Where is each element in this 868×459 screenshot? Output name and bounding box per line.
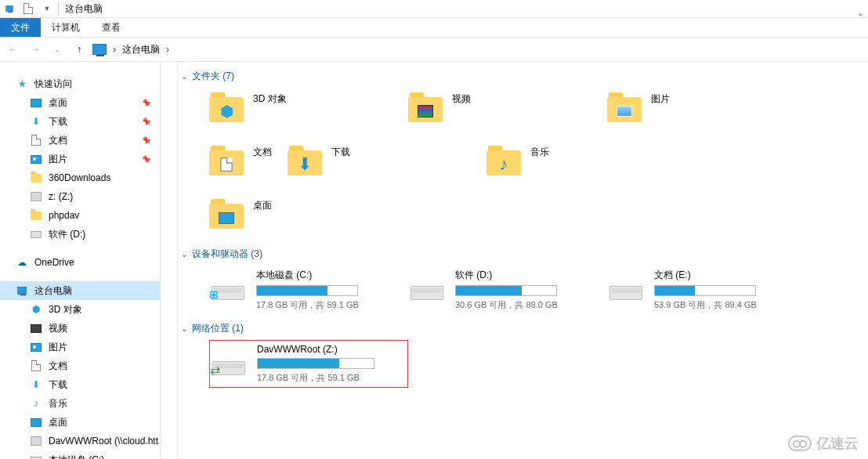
video-icon <box>30 322 42 334</box>
section-network: ⌄ 网络位置 (1) ⇄ DavWWWRoot (Z:) 17.8 GB 可用，… <box>178 314 868 388</box>
drive-name: DavWWWRoot (Z:) <box>257 344 406 355</box>
section-drives-label: 设备和驱动器 (3) <box>192 248 262 261</box>
folder-item-videos[interactable]: 视频 <box>408 88 607 133</box>
picture-icon <box>30 341 42 353</box>
pin-icon: 📌 <box>143 155 152 164</box>
navigation-pane: ★ 快速访问 桌面📌 ⬇下载📌 文档📌 图片📌 360Downloads z: … <box>0 62 161 459</box>
document-icon <box>30 360 42 372</box>
tab-computer[interactable]: 计算机 <box>41 18 91 37</box>
folder-label: 3D 对象 <box>253 89 287 106</box>
section-drives-header[interactable]: ⌄ 设备和驱动器 (3) <box>178 240 868 266</box>
nav-back-button[interactable]: ← <box>5 41 22 58</box>
drive-stats: 30.6 GB 可用，共 89.0 GB <box>455 299 606 311</box>
sidebar-item-label: 下载 <box>49 115 67 128</box>
sidebar-item-z-drive[interactable]: z: (Z:) <box>0 187 160 206</box>
sidebar-item-desktop[interactable]: 桌面📌 <box>0 93 160 112</box>
drive-item-c[interactable]: ⊞ 本地磁盘 (C:) 17.8 GB 可用，共 59.1 GB <box>209 266 408 314</box>
folder-item-downloads[interactable]: ⬇下载 <box>288 141 486 186</box>
drive-usage-bar <box>455 285 557 296</box>
sidebar-item-onedrive[interactable]: ☁OneDrive <box>0 253 160 272</box>
qat-properties-icon[interactable] <box>22 2 34 15</box>
drive-name: 本地磁盘 (C:) <box>256 269 407 282</box>
sidebar-item-label: 快速访问 <box>34 78 72 91</box>
sidebar-item-label: OneDrive <box>34 257 74 268</box>
tab-view[interactable]: 查看 <box>91 18 132 37</box>
address-dropdown-icon[interactable]: ⌄ <box>857 0 863 25</box>
folder-icon <box>209 197 244 229</box>
sidebar-item-label: 360Downloads <box>49 172 110 183</box>
chevron-right-icon: › <box>166 44 169 55</box>
sidebar-item-phpdav[interactable]: phpdav <box>0 206 160 225</box>
folder-label: 图片 <box>651 89 670 106</box>
download-icon: ⬇ <box>30 115 42 128</box>
sidebar-item-3d[interactable]: ⬢3D 对象 <box>0 300 160 319</box>
folder-item-desktop[interactable]: 桌面 <box>209 194 408 240</box>
drive-icon: ⊞ <box>211 270 245 300</box>
drive-stats: 17.8 GB 可用，共 59.1 GB <box>256 299 407 311</box>
section-folders-header[interactable]: ⌄ 文件夹 (7) <box>178 62 868 88</box>
section-network-header[interactable]: ⌄ 网络位置 (1) <box>178 314 868 340</box>
title-bar: ▼ 这台电脑 <box>0 0 868 18</box>
sidebar-item-d-drive[interactable]: 软件 (D:) <box>0 225 160 244</box>
sidebar-quick-access[interactable]: ★ 快速访问 <box>0 74 160 93</box>
folder-label: 下载 <box>331 143 350 159</box>
tab-file[interactable]: 文件 <box>0 18 41 37</box>
folder-icon: ⬢ <box>209 91 244 122</box>
network-drive-icon: ⇄ <box>212 345 246 375</box>
folder-item-music[interactable]: ♪音乐 <box>486 141 685 186</box>
breadcrumb-root[interactable]: 这台电脑 <box>122 43 160 56</box>
app-icon <box>3 2 16 15</box>
sidebar-item-pictures-2[interactable]: 图片 <box>0 338 160 356</box>
section-folders-label: 文件夹 (7) <box>192 70 234 83</box>
sidebar-item-desktop-2[interactable]: 桌面 <box>0 413 160 432</box>
pin-icon: 📌 <box>143 99 152 107</box>
drive-stats: 53.9 GB 可用，共 89.4 GB <box>654 299 805 311</box>
download-icon: ⬇ <box>30 378 42 391</box>
sidebar-item-documents[interactable]: 文档📌 <box>0 131 160 150</box>
sidebar-item-documents-2[interactable]: 文档 <box>0 356 160 375</box>
content-gutter <box>161 62 178 459</box>
sidebar-item-label: z: (Z:) <box>49 191 73 202</box>
folder-item-documents[interactable]: 文档 <box>209 141 288 186</box>
sidebar-item-360downloads[interactable]: 360Downloads <box>0 168 160 187</box>
sidebar-item-music[interactable]: ♪音乐 <box>0 394 160 413</box>
folder-label: 音乐 <box>530 143 549 159</box>
drive-usage-bar <box>256 285 358 296</box>
nav-recent-dropdown[interactable]: ⌄ <box>49 41 66 58</box>
nav-up-button[interactable]: ↑ <box>71 41 88 58</box>
sidebar-item-label: 下载 <box>49 378 67 392</box>
chevron-down-icon: ⌄ <box>181 72 187 81</box>
sidebar-item-label: DavWWWRoot (\\cloud.http <box>49 436 158 446</box>
tab-computer-label: 计算机 <box>52 21 80 34</box>
nav-forward-button[interactable]: → <box>27 41 44 58</box>
sidebar-item-c-drive[interactable]: 本地磁盘 (C:) <box>0 450 160 459</box>
folder-grid: ⬢3D 对象 视频 图片 文档 ⬇下载 ♪音乐 桌面 <box>178 88 868 240</box>
breadcrumb[interactable]: › 这台电脑 › <box>92 43 169 56</box>
sidebar-item-label: 文档 <box>49 360 67 373</box>
address-bar: ← → ⌄ ↑ › 这台电脑 › ⌄ <box>0 37 868 62</box>
qat-dropdown-icon[interactable]: ▼ <box>41 2 53 15</box>
sidebar-item-label: 3D 对象 <box>49 303 82 316</box>
section-drives: ⌄ 设备和驱动器 (3) ⊞ 本地磁盘 (C:) 17.8 GB 可用，共 59… <box>178 240 868 314</box>
folder-icon: ♪ <box>486 144 521 175</box>
folder-item-pictures[interactable]: 图片 <box>607 88 806 133</box>
network-drive-icon <box>30 435 42 447</box>
sidebar-item-pictures[interactable]: 图片📌 <box>0 150 160 168</box>
drive-usage-bar <box>654 285 756 296</box>
drive-stats: 17.8 GB 可用，共 59.1 GB <box>257 372 406 384</box>
sidebar-item-downloads[interactable]: ⬇下载📌 <box>0 112 160 131</box>
sidebar-item-davroot[interactable]: DavWWWRoot (\\cloud.http <box>0 432 160 450</box>
drive-item-d[interactable]: 软件 (D:) 30.6 GB 可用，共 89.0 GB <box>408 266 607 314</box>
content-pane: ⌄ 文件夹 (7) ⬢3D 对象 视频 图片 文档 ⬇下载 ♪音乐 桌面 ⌄ 设… <box>161 62 868 459</box>
network-item-z[interactable]: ⇄ DavWWWRoot (Z:) 17.8 GB 可用，共 59.1 GB <box>209 340 408 388</box>
sidebar-item-label: 音乐 <box>49 397 67 410</box>
folder-item-3d[interactable]: ⬢3D 对象 <box>209 88 408 133</box>
tab-view-label: 查看 <box>102 21 121 34</box>
watermark-text: 亿速云 <box>816 434 859 453</box>
drive-item-e[interactable]: 文档 (E:) 53.9 GB 可用，共 89.4 GB <box>607 266 806 314</box>
sidebar-item-this-pc[interactable]: 这台电脑 <box>0 281 160 300</box>
sidebar-item-downloads-2[interactable]: ⬇下载 <box>0 375 160 394</box>
sidebar-item-label: 图片 <box>49 153 67 166</box>
sidebar-item-videos[interactable]: 视频 <box>0 319 160 338</box>
folder-icon <box>30 172 42 184</box>
